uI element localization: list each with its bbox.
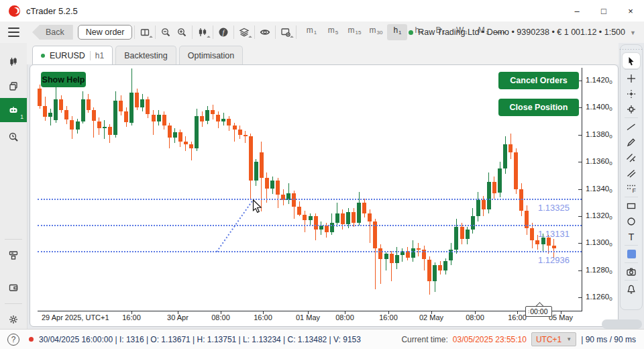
- help-icon[interactable]: ?: [7, 334, 19, 346]
- time-tick-label: 30 Apr: [167, 313, 189, 321]
- drawing-tools-panel: ········· FT: [620, 44, 643, 310]
- zoom-out-icon[interactable]: [158, 24, 174, 40]
- time-marker-badge[interactable]: ⁞00:00: [525, 306, 552, 317]
- timezone-dropdown[interactable]: UTC+1 ▼: [531, 332, 576, 346]
- indicators-icon[interactable]: f: [215, 24, 231, 40]
- crosshair-tool[interactable]: [623, 70, 640, 86]
- trendline-layer: [30, 65, 582, 311]
- text-tool[interactable]: T: [623, 229, 640, 244]
- sidebar-item-deposit[interactable]: [0, 243, 27, 267]
- objects-icon[interactable]: [236, 24, 252, 40]
- visibility-icon[interactable]: [257, 24, 273, 40]
- bar-info: 30/04/2025 16:00:00 | I: 1316 | O: 1.136…: [39, 335, 361, 344]
- timezone-caret-icon: ▼: [566, 336, 572, 342]
- toolbar-icons: f: [137, 24, 299, 40]
- mouse-cursor-icon: [252, 199, 264, 213]
- trend-tool[interactable]: [623, 165, 640, 181]
- menu-icon[interactable]: [0, 28, 27, 37]
- time-marker-label: 00:00: [530, 307, 547, 315]
- account-info: Raw Trading Ltd • Demo • 9390238 • € 1 0…: [418, 28, 625, 37]
- tab-label: Optimisation: [188, 51, 234, 60]
- sidebar-item-trade[interactable]: [0, 50, 27, 74]
- price-tick-label: 1.13200: [586, 211, 612, 221]
- tab-label: Backtesting: [124, 51, 168, 60]
- timeframe-h1-button[interactable]: h1: [387, 24, 407, 40]
- dot-crosshair-tool[interactable]: [623, 86, 640, 101]
- tab-status-dot: [41, 54, 45, 58]
- title-bar: cTrader 5.2.5 – □ ×: [0, 0, 644, 22]
- svg-text:T: T: [629, 232, 635, 242]
- target-tool[interactable]: [623, 101, 640, 117]
- channel-tool[interactable]: [623, 150, 640, 165]
- current-time-value: 03/05/2025 23:55:10: [453, 335, 527, 344]
- current-time-label: Current time:: [401, 335, 447, 344]
- timezone-value: UTC+1: [536, 335, 561, 344]
- tab-backtesting[interactable]: Backtesting: [115, 46, 176, 64]
- back-button[interactable]: Back: [32, 25, 73, 40]
- new-order-button[interactable]: New order: [78, 25, 133, 40]
- time-tick-label: 16:00: [379, 313, 398, 321]
- price-tick-label: 1.14200: [586, 76, 612, 85]
- window-title: cTrader 5.2.5: [26, 6, 78, 16]
- sidebar-item-algo[interactable]: 1: [0, 98, 27, 122]
- timeframe-m30-button[interactable]: m30: [366, 24, 386, 40]
- tab-period: h1: [95, 51, 104, 60]
- tab-optimisation[interactable]: Optimisation: [179, 46, 243, 64]
- time-tick-label: 29 Apr 2025, UTC+1: [42, 313, 109, 321]
- price-tick-label: 1.12800: [586, 266, 612, 275]
- time-tick-label: 08:00: [335, 313, 354, 321]
- time-tick-label: 01 May: [296, 313, 320, 321]
- ellipse-tool[interactable]: [623, 213, 640, 229]
- zoom-in-icon[interactable]: [174, 24, 190, 40]
- chart-type-icon[interactable]: [195, 24, 211, 40]
- sidebar-item-settings[interactable]: [0, 307, 27, 332]
- time-tick-label: 05 May: [549, 313, 573, 321]
- bar-info-dot: [29, 337, 34, 342]
- camera-tool[interactable]: [623, 264, 640, 279]
- tools-drag-handle[interactable]: ·········: [619, 46, 643, 53]
- timeframe-m1-button[interactable]: m1: [301, 24, 321, 40]
- line-tool[interactable]: [623, 119, 640, 134]
- sidebar-item-wallet[interactable]: [0, 275, 27, 299]
- time-tick-label: 08:00: [211, 313, 230, 321]
- time-tick-label: 16:00: [122, 313, 141, 321]
- maximize-button[interactable]: □: [590, 0, 617, 21]
- chart-settings-icon[interactable]: [278, 24, 294, 40]
- price-tick-label: 1.12600: [586, 293, 612, 302]
- chart-panel: 1.142001.140001.138001.136001.134001.132…: [30, 64, 619, 327]
- price-tick-label: 1.14000: [586, 103, 612, 112]
- tab-eurusd[interactable]: EURUSD h1: [32, 46, 113, 64]
- price-tick-label: 1.13400: [586, 185, 612, 194]
- time-tick-label: 02 May: [419, 313, 443, 321]
- color-swatch-tool[interactable]: [623, 246, 640, 262]
- timeframe-m5-button[interactable]: m5: [323, 24, 343, 40]
- trendline[interactable]: [217, 199, 254, 252]
- sidebar-item-analyze[interactable]: [0, 125, 27, 149]
- fibonacci-tool[interactable]: F: [623, 181, 640, 196]
- ctrader-logo-icon: [9, 5, 20, 17]
- rectangle-tool[interactable]: [623, 198, 640, 213]
- price-tick-label: 1.13600: [586, 157, 612, 166]
- svg-text:F: F: [633, 187, 637, 193]
- tab-bar: EURUSD h1 Backtesting Optimisation: [27, 43, 619, 64]
- account-caret-icon[interactable]: ▼: [630, 30, 636, 36]
- layout-icon[interactable]: [137, 24, 153, 40]
- window-controls: – □ ×: [564, 0, 644, 21]
- status-bar: ? 30/04/2025 16:00:00 | I: 1316 | O: 1.1…: [0, 329, 644, 349]
- price-tick-label: 1.13000: [586, 238, 612, 248]
- sidebar-item-copy[interactable]: [0, 74, 27, 98]
- pencil-tool[interactable]: [623, 134, 640, 150]
- pointer-tool[interactable]: [623, 53, 640, 68]
- time-tick-label: 08:00: [466, 313, 484, 321]
- minimize-button[interactable]: –: [564, 0, 590, 21]
- latency-value: | 90 ms / 90 ms: [581, 335, 636, 344]
- alert-tool[interactable]: [623, 281, 640, 297]
- time-tick-label: 16:00: [254, 313, 272, 321]
- close-button[interactable]: ×: [617, 0, 644, 21]
- timeframe-m15-button[interactable]: m15: [344, 24, 364, 40]
- time-tick-label: 16:00: [508, 313, 527, 321]
- scrollbar-thumb[interactable]: [602, 319, 642, 329]
- account-selector[interactable]: Raw Trading Ltd • Demo • 9390238 • € 1 0…: [409, 21, 625, 43]
- price-axis-line: [582, 68, 582, 311]
- left-sidebar: 1: [0, 43, 28, 329]
